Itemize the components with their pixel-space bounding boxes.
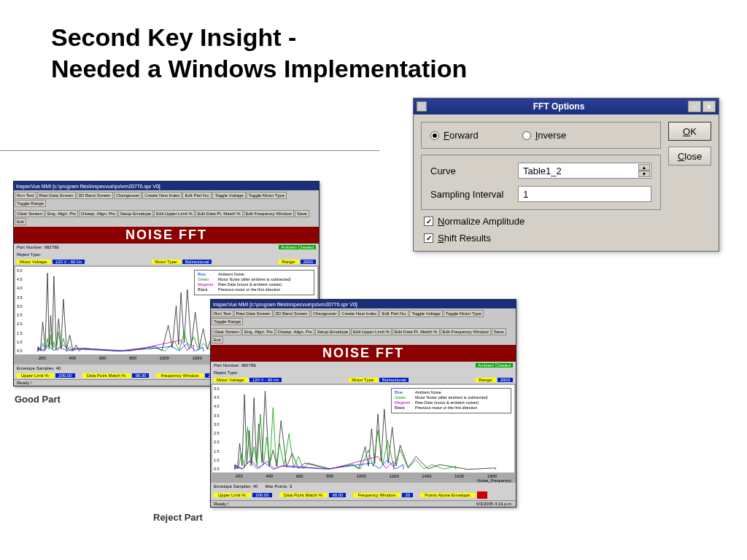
toolbar-button[interactable]: Changeover	[114, 192, 142, 199]
divider	[0, 150, 379, 151]
toolbar-button[interactable]: Toggle Range	[15, 200, 46, 207]
slide-title: Second Key Insight - Needed a Windows Im…	[51, 22, 467, 84]
curve-select[interactable]: Table1_2 ▲▼	[518, 163, 651, 179]
toolbar-button[interactable]: Eng. Align. Pts	[45, 210, 78, 217]
inverse-radio[interactable]: Inverse	[522, 130, 567, 141]
toolbar-button[interactable]: Exit	[212, 336, 223, 343]
fft-plot: 5.04.54.03.53.02.52.01.51.00.5 BlueAmbie…	[212, 385, 514, 472]
toolbar-button[interactable]: Edit Frequency Window	[244, 210, 294, 217]
toolbar-button[interactable]: Edit Data Pt. Match %	[196, 210, 243, 217]
toolbar-button[interactable]: 3D Band Screen	[77, 192, 113, 199]
toolbar-button[interactable]: Disasp. Align. Pts	[276, 328, 314, 335]
close-x-button[interactable]: ×	[703, 101, 716, 112]
toolbar-button[interactable]: Exit	[15, 218, 26, 225]
toolbar-button[interactable]: Save	[492, 328, 506, 335]
curve-group: Curve Table1_2 ▲▼ Sampling Interval	[421, 155, 661, 210]
toolbar-button[interactable]: Edit Frequency Window	[441, 328, 491, 335]
caption-good: Good Part	[15, 394, 61, 405]
noise-fft-window-reject: InspecVue MMI [c:\program files\inspecvu…	[210, 299, 516, 508]
toolbar-button[interactable]: Clear Screen	[15, 210, 44, 217]
toolbar-button[interactable]: Edit Data Pt. Match %	[392, 328, 440, 335]
toolbar-row-1: Run TestRaw Data Screen3D Band ScreenCha…	[14, 190, 319, 209]
banner: NOISE FFT	[14, 227, 319, 244]
toolbar-button[interactable]: Run Test	[212, 310, 233, 317]
toolbar-button[interactable]: Setup Envelope	[118, 210, 153, 217]
toolbar-button[interactable]: Toggle Range	[212, 318, 243, 325]
toolbar-button[interactable]: Disasp. Align. Pts	[79, 210, 117, 217]
app-icon	[417, 101, 427, 112]
dialog-title: FFT Options	[431, 101, 686, 112]
window-titlebar[interactable]: InspecVue MMI [c:\program files\inspecvu…	[14, 182, 319, 190]
sampling-input[interactable]	[518, 186, 651, 202]
minimize-button[interactable]: ▫	[688, 101, 701, 112]
fft-options-dialog: FFT Options ▫ × Forward Inverse Curve Ta…	[413, 98, 719, 252]
sampling-label: Sampling Interval	[430, 189, 511, 200]
toolbar-button[interactable]: Edit Upper Limit %	[154, 210, 195, 217]
toolbar-button[interactable]: Raw Data Screen	[37, 192, 76, 199]
toolbar-button[interactable]: Eng. Align. Pts	[242, 328, 275, 335]
window-titlebar[interactable]: InspecVue MMI [c:\program files\inspecvu…	[211, 300, 516, 308]
toolbar-button[interactable]: Run Test	[15, 192, 36, 199]
toolbar-button[interactable]: Create New Index	[142, 192, 182, 199]
toolbar-row-2: Clear ScreenEng. Align. PtsDisasp. Align…	[211, 327, 516, 345]
toolbar-button[interactable]: 3D Band Screen	[274, 310, 310, 317]
toolbar-button[interactable]: Save	[295, 210, 309, 217]
dialog-titlebar[interactable]: FFT Options ▫ ×	[414, 98, 719, 114]
toolbar-button[interactable]: Edit Part No.	[182, 192, 212, 199]
forward-radio[interactable]: Forward	[430, 130, 479, 141]
plot-legend: BlueAmbient NoiseGreenMotor Noise (after…	[391, 388, 511, 413]
direction-group: Forward Inverse	[421, 122, 661, 149]
toolbar-button[interactable]: Clear Screen	[212, 328, 241, 335]
spin-up-icon[interactable]: ▲	[638, 164, 650, 171]
toolbar-row-1: Run TestRaw Data Screen3D Band ScreenCha…	[211, 308, 516, 327]
toolbar-row-2: Clear ScreenEng. Align. PtsDisasp. Align…	[14, 209, 319, 227]
toolbar-button[interactable]: Create New Index	[339, 310, 379, 317]
ok-button[interactable]: OK	[668, 122, 711, 141]
toolbar-button[interactable]: Edit Upper Limit %	[351, 328, 392, 335]
curve-label: Curve	[430, 166, 511, 176]
toolbar-button[interactable]: Edit Part No.	[379, 310, 409, 317]
banner: NOISE FFT	[211, 345, 516, 362]
toolbar-button[interactable]: Raw Data Screen	[234, 310, 273, 317]
plot-legend: BlueAmbient NoiseGreenMotor Noise (after…	[194, 270, 314, 295]
toolbar-button[interactable]: Toggle Motor Type	[247, 192, 287, 199]
toolbar-button[interactable]: Toggle Voltage	[409, 310, 442, 317]
caption-reject: Reject Part	[153, 512, 203, 523]
toolbar-button[interactable]: Changeover	[311, 310, 339, 317]
close-button[interactable]: Close	[668, 147, 711, 166]
toolbar-button[interactable]: Toggle Voltage	[212, 192, 245, 199]
normalize-checkbox[interactable]: ✓Normalize Amplitude	[424, 216, 661, 227]
toolbar-button[interactable]: Setup Envelope	[315, 328, 350, 335]
toolbar-button[interactable]: Toggle Motor Type	[444, 310, 484, 317]
shift-checkbox[interactable]: ✓Shift Results	[424, 233, 661, 244]
spin-down-icon[interactable]: ▼	[638, 171, 650, 177]
